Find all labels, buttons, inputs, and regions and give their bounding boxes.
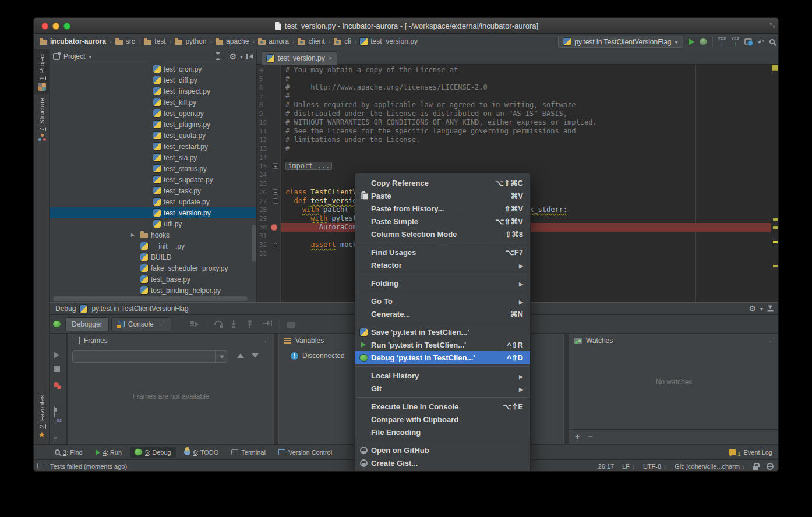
step-out-icon[interactable] <box>246 320 256 328</box>
tree-item[interactable]: test_cron.py <box>50 63 256 75</box>
menu-item[interactable]: Paste Simple⌥⇧⌘V <box>355 215 530 228</box>
event-log-button[interactable]: 1 Event Log <box>729 445 772 460</box>
editor-tab[interactable]: test_version.py <box>262 51 337 65</box>
tree-item[interactable]: util.py <box>50 218 256 229</box>
tree-item[interactable]: test_inspect.py <box>50 86 256 97</box>
code-line[interactable]: 12# limitations under the License. <box>257 136 771 144</box>
code-line[interactable]: 13# <box>257 144 771 153</box>
minimize-window-icon[interactable] <box>52 23 59 30</box>
code-line[interactable]: 8# Unless required by applicable law or … <box>257 101 771 109</box>
thread-selector[interactable] <box>72 350 228 363</box>
toolwindow-button-4-run[interactable]: 4: Run <box>91 447 126 458</box>
menu-item[interactable]: Git <box>355 382 530 395</box>
show-execution-point-icon[interactable] <box>190 320 199 328</box>
gear-icon[interactable] <box>229 52 236 61</box>
resize-icon[interactable]: ⤡ <box>769 22 775 29</box>
tree-item[interactable]: test_supdate.py <box>50 174 256 185</box>
breadcrumb-item[interactable]: python <box>175 37 206 45</box>
hide-panel-icon[interactable] <box>246 54 253 59</box>
title-bar[interactable]: test_version.py - incubator-aurora - [~/… <box>34 18 779 34</box>
menu-item[interactable]: Column Selection Mode⇧⌘8 <box>355 228 530 240</box>
tree-item[interactable]: hooks <box>50 229 256 240</box>
menu-item[interactable]: Local History <box>355 369 530 382</box>
zoom-window-icon[interactable] <box>63 23 70 30</box>
tree-item[interactable]: test_restart.py <box>50 141 256 152</box>
tree-vertical-scrollbar[interactable] <box>252 225 256 262</box>
tree-item[interactable]: test_plugins.py <box>50 119 256 130</box>
search-everywhere-button[interactable] <box>769 39 775 44</box>
toolwindow-button-terminal[interactable]: Terminal <box>227 447 270 458</box>
chevron-down-icon[interactable] <box>240 52 243 61</box>
tree-item[interactable]: BUILD <box>50 252 256 263</box>
sidebar-item-1-project[interactable]: 1: Project <box>34 49 50 94</box>
step-over-icon[interactable] <box>214 320 223 328</box>
code-line[interactable]: 10# WITHOUT WARRANTIES OR CONDITIONS OF … <box>257 118 771 127</box>
error-stripe[interactable] <box>771 65 779 302</box>
float-pane-icon[interactable] <box>262 338 269 344</box>
menu-item[interactable]: Copy Reference⌥⇧⌘C <box>355 176 530 189</box>
breadcrumb-item[interactable]: incubator-aurora <box>40 37 106 45</box>
tab-debugger[interactable]: Debugger <box>65 317 109 331</box>
fold-marker-icon[interactable]: − <box>273 189 278 195</box>
step-into-icon[interactable] <box>230 320 239 328</box>
menu-item[interactable]: Execute Line in Console⌥⇧E <box>355 400 530 413</box>
restore-layout-icon[interactable] <box>54 406 55 417</box>
sidebar-item-7-structure[interactable]: 7: Structure <box>34 94 50 144</box>
breadcrumb-item[interactable]: apache <box>216 37 249 45</box>
tree-item[interactable]: test_binding_helper.py <box>50 285 256 296</box>
menu-item[interactable]: Refactor <box>355 258 530 271</box>
code-line[interactable]: 6# http://www.apache.org/licenses/LICENS… <box>257 83 771 92</box>
menu-item[interactable]: Find Usages⌥F7 <box>355 246 530 258</box>
undo-button[interactable] <box>757 38 764 46</box>
breadcrumb-item[interactable]: test_version.py <box>360 37 418 45</box>
more-actions-icon[interactable] <box>54 434 57 441</box>
vcs-commit-button[interactable]: VCS↑ <box>731 37 739 47</box>
menu-item[interactable]: Go To <box>355 295 530 307</box>
recent-changes-button[interactable] <box>744 38 752 45</box>
menu-item[interactable]: Paste from History...⇧⌘V <box>355 202 530 215</box>
tree-item[interactable]: test_base.py <box>50 274 256 285</box>
tree-item[interactable]: test_update.py <box>50 196 256 207</box>
tree-item[interactable]: test_kill.py <box>50 97 256 108</box>
tree-item[interactable]: test_diff.py <box>50 75 256 86</box>
code-line[interactable]: 4# You may obtain a copy of the License … <box>257 66 771 75</box>
menu-item[interactable]: Folding <box>355 277 530 289</box>
tree-item[interactable]: test_quota.py <box>50 130 256 141</box>
menu-item[interactable]: Generate...⌘N <box>355 307 530 320</box>
breadcrumb-item[interactable]: client <box>298 37 324 45</box>
breadcrumb-item[interactable]: aurora <box>258 37 289 45</box>
status-message[interactable]: Tests failed (moments ago) <box>50 463 127 470</box>
resume-icon[interactable] <box>54 352 59 359</box>
add-watch-icon[interactable] <box>575 432 580 441</box>
code-line[interactable]: 7# <box>257 92 771 101</box>
remove-watch-icon[interactable] <box>588 432 592 441</box>
view-breakpoints-icon[interactable] <box>54 382 59 387</box>
tree-item[interactable]: __init__.py <box>50 240 256 252</box>
collapse-all-icon[interactable] <box>215 52 221 60</box>
menu-item[interactable]: Save 'py.test in TestClien...' <box>355 325 530 338</box>
breadcrumb-item[interactable]: src <box>115 37 135 45</box>
breakpoint-icon[interactable] <box>271 224 277 231</box>
status-item[interactable]: 26:17 <box>598 463 615 470</box>
code-line[interactable]: 5# <box>257 75 771 83</box>
menu-item[interactable]: Paste⌘V <box>355 189 530 202</box>
toolwindow-button-version-control[interactable]: Version Control <box>274 447 337 458</box>
breadcrumb-item[interactable]: test <box>144 37 165 45</box>
chevron-down-icon[interactable] <box>760 304 763 313</box>
tab-console[interactable]: Console <box>111 317 171 331</box>
vcs-update-button[interactable]: VCS↓ <box>718 37 726 47</box>
toolwindow-button-3-find[interactable]: 3: Find <box>50 447 87 458</box>
close-icon[interactable] <box>329 55 332 62</box>
code-line[interactable]: 9# distributed under the License is dist… <box>257 109 771 118</box>
evaluate-expression-icon[interactable] <box>287 322 295 328</box>
stop-icon[interactable] <box>54 366 60 372</box>
toolwindow-button-5-debug[interactable]: 5: Debug <box>130 447 176 458</box>
gear-icon[interactable] <box>749 304 756 313</box>
menu-item[interactable]: Run 'py.test in TestClien...'^⇧R <box>355 338 530 351</box>
close-window-icon[interactable] <box>41 23 48 30</box>
window-controls[interactable] <box>41 23 70 30</box>
tree-item[interactable]: test_status.py <box>50 163 256 174</box>
tree-item[interactable]: test_task.py <box>50 185 256 196</box>
code-line[interactable]: 15+import ... <box>257 162 771 171</box>
next-frame-icon[interactable] <box>252 353 259 358</box>
